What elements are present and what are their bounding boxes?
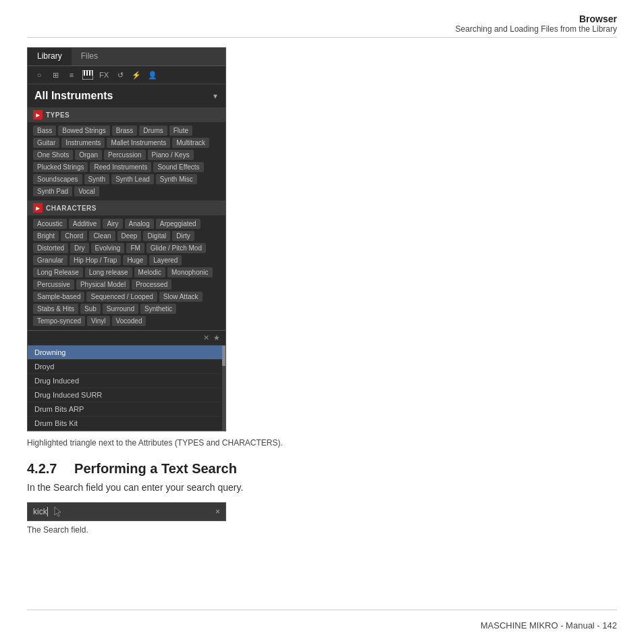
tag-slow-attack[interactable]: Slow Attack — [159, 292, 203, 302]
tag-dry[interactable]: Dry — [70, 243, 89, 253]
tag-hiphop[interactable]: Hip Hop / Trap — [70, 255, 121, 265]
tag-instruments[interactable]: Instruments — [61, 138, 105, 148]
section-title: Performing a Text Search — [74, 461, 237, 476]
tag-synth-pad[interactable]: Synth Pad — [33, 186, 72, 196]
tag-synth-lead[interactable]: Synth Lead — [111, 174, 154, 184]
tag-sub[interactable]: Sub — [80, 304, 101, 314]
tag-vinyl[interactable]: Vinyl — [87, 316, 110, 326]
result-list: ✕ ★ Drowning Droyd Drug Induced Drug Ind… — [28, 330, 225, 431]
tag-surround[interactable]: Surround — [103, 304, 138, 314]
tag-monophonic[interactable]: Monophonic — [167, 267, 212, 277]
tag-percussion[interactable]: Percussion — [104, 150, 145, 160]
tag-tempo-synced[interactable]: Tempo-synced — [33, 316, 85, 326]
screenshot-caption: Highlighted triangle next to the Attribu… — [27, 438, 617, 448]
toolbar-icon-piano[interactable] — [82, 70, 94, 80]
tag-soundscapes[interactable]: Soundscapes — [33, 174, 82, 184]
tag-deep[interactable]: Deep — [117, 231, 142, 241]
body-text: In the Search field you can enter your s… — [27, 482, 617, 493]
tag-fm[interactable]: FM — [126, 243, 144, 253]
tag-bright[interactable]: Bright — [33, 231, 59, 241]
star-icon[interactable]: ★ — [213, 333, 220, 342]
result-item-drowning[interactable]: Drowning — [28, 346, 222, 360]
tag-brass[interactable]: Brass — [112, 126, 138, 136]
tag-sequenced[interactable]: Sequenced / Looped — [86, 292, 157, 302]
tag-piano-keys[interactable]: Piano / Keys — [148, 150, 194, 160]
tag-chord[interactable]: Chord — [61, 231, 87, 241]
result-item-droyd[interactable]: Droyd — [28, 360, 222, 374]
characters-triangle[interactable]: ▶ — [33, 203, 43, 213]
mouse-cursor-icon — [53, 506, 63, 517]
tag-flute[interactable]: Flute — [169, 126, 192, 136]
section-number: 4.2.7 — [27, 461, 57, 476]
result-item-drum-bits-arp[interactable]: Drum Bits ARP — [28, 402, 222, 417]
tag-sound-effects[interactable]: Sound Effects — [153, 162, 203, 172]
tag-clean[interactable]: Clean — [89, 231, 115, 241]
tag-long-release2[interactable]: Long release — [85, 267, 132, 277]
result-item-drug-induced-surr[interactable]: Drug Induced SURR — [28, 388, 222, 402]
tag-airy[interactable]: Airy — [103, 219, 122, 229]
tag-organ[interactable]: Organ — [75, 150, 102, 160]
tag-distorted[interactable]: Distorted — [33, 243, 68, 253]
tag-analog[interactable]: Analog — [125, 219, 154, 229]
tag-one-shots[interactable]: One Shots — [33, 150, 73, 160]
types-triangle[interactable]: ▶ — [33, 110, 43, 119]
icon-toolbar: ○ ⊞ ≡ FX ↺ ⚡ 👤 — [28, 66, 225, 84]
tag-synth[interactable]: Synth — [84, 174, 110, 184]
tag-reed[interactable]: Reed Instruments — [90, 162, 151, 172]
tag-bass[interactable]: Bass — [33, 126, 56, 136]
tag-evolving[interactable]: Evolving — [91, 243, 125, 253]
tag-long-release[interactable]: Long Release — [33, 267, 83, 277]
characters-label: CHARACTERS — [46, 205, 97, 212]
tag-huge[interactable]: Huge — [123, 255, 147, 265]
tag-digital[interactable]: Digital — [143, 231, 170, 241]
types-section: ▶ TYPES Bass Bowed Strings Brass Drums F… — [28, 107, 225, 200]
tag-sample-based[interactable]: Sample-based — [33, 292, 84, 302]
tag-drums[interactable]: Drums — [139, 126, 167, 136]
search-value: kick — [33, 507, 47, 516]
tag-layered[interactable]: Layered — [149, 255, 182, 265]
toolbar-icon-plug[interactable]: ⚡ — [130, 70, 142, 80]
tag-vocal[interactable]: Vocal — [74, 186, 99, 196]
library-tab[interactable]: Library — [28, 48, 72, 65]
close-icon[interactable]: ✕ — [203, 333, 209, 342]
search-caption: The Search field. — [27, 525, 617, 535]
tag-synthetic[interactable]: Synthetic — [140, 304, 176, 314]
toolbar-icon-grid3[interactable]: ≡ — [65, 70, 78, 80]
search-clear-button[interactable]: × — [215, 507, 220, 516]
tag-arpeggiated[interactable]: Arpeggiated — [156, 219, 200, 229]
all-instruments-header[interactable]: All Instruments ▼ — [28, 84, 225, 107]
library-tabs: Library Files — [28, 48, 225, 66]
tag-processed[interactable]: Processed — [132, 279, 171, 290]
tag-physical-model[interactable]: Physical Model — [76, 279, 130, 290]
tag-stabs-hits[interactable]: Stabs & Hits — [33, 304, 78, 314]
result-item-drug-induced[interactable]: Drug Induced — [28, 374, 222, 388]
tag-vocoded[interactable]: Vocoded — [112, 316, 146, 326]
toolbar-icon-circle[interactable]: ○ — [33, 70, 45, 80]
tag-acoustic[interactable]: Acoustic — [33, 219, 67, 229]
tag-synth-misc[interactable]: Synth Misc — [156, 174, 197, 184]
result-search-icons: ✕ ★ — [203, 333, 220, 342]
tag-granular[interactable]: Granular — [33, 255, 68, 265]
toolbar-icon-loop[interactable]: ↺ — [114, 70, 126, 80]
toolbar-icon-grid4[interactable]: ⊞ — [49, 70, 61, 80]
characters-header: ▶ CHARACTERS — [28, 200, 225, 215]
result-item-drum-bits-kit[interactable]: Drum Bits Kit — [28, 417, 222, 431]
tag-melodic[interactable]: Melodic — [134, 267, 165, 277]
result-scrollbar[interactable] — [222, 346, 225, 431]
tag-plucked-strings[interactable]: Plucked Strings — [33, 162, 88, 172]
tag-mallet[interactable]: Mallet Instruments — [107, 138, 170, 148]
tag-multitrack[interactable]: Multitrack — [172, 138, 209, 148]
characters-section: ▶ CHARACTERS Acoustic Additive Airy Anal… — [28, 200, 225, 329]
tag-additive[interactable]: Additive — [69, 219, 101, 229]
tag-guitar[interactable]: Guitar — [33, 138, 59, 148]
svg-rect-3 — [89, 70, 90, 76]
svg-rect-4 — [92, 70, 92, 76]
tag-percussive[interactable]: Percussive — [33, 279, 74, 290]
tag-dirty[interactable]: Dirty — [172, 231, 194, 241]
tag-bowed-strings[interactable]: Bowed Strings — [58, 126, 109, 136]
toolbar-icon-person[interactable]: 👤 — [146, 70, 159, 80]
section-heading: 4.2.7 Performing a Text Search — [27, 461, 617, 477]
files-tab[interactable]: Files — [72, 48, 107, 65]
tag-glide[interactable]: Glide / Pitch Mod — [146, 243, 206, 253]
toolbar-icon-fx[interactable]: FX — [98, 70, 110, 80]
